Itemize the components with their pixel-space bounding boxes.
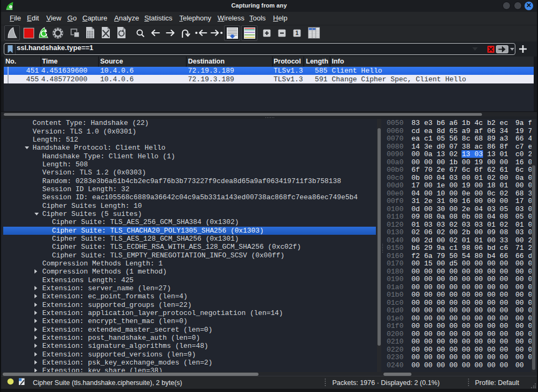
svg-text:1: 1: [296, 30, 299, 36]
